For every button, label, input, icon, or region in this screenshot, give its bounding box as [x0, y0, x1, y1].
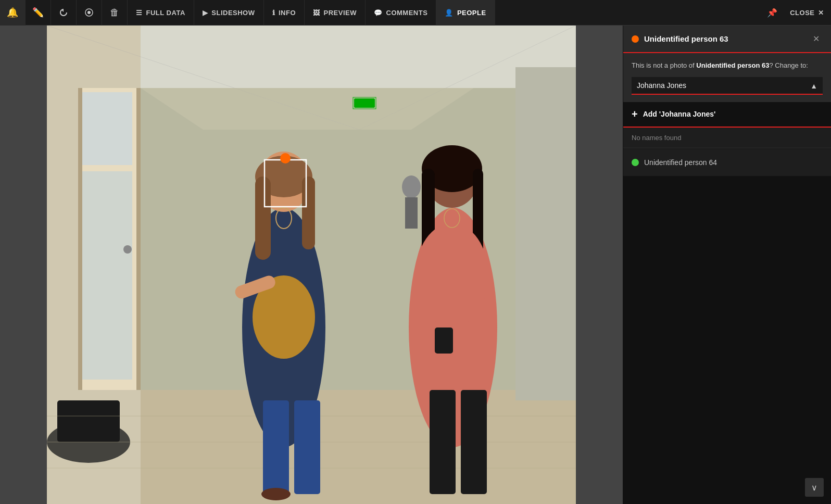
- svg-rect-26: [302, 177, 315, 249]
- person1-header: Unidentified person 63 ✕: [623, 26, 831, 53]
- svg-rect-13: [57, 400, 120, 442]
- trash-icon[interactable]: 🗑: [102, 0, 128, 26]
- person1-name: Unidentified person 63: [644, 34, 804, 43]
- svg-point-33: [280, 153, 291, 163]
- toolbar: 🔔 ✏️ 🗑 ☰ FULL DATA ▶ SLIDESHOW ℹ INFO 🖼 …: [0, 0, 831, 26]
- person2-card[interactable]: Unidentified person 64: [623, 149, 831, 177]
- preview-btn[interactable]: 🖼 PREVIEW: [305, 0, 366, 26]
- pencil-icon[interactable]: ✏️: [26, 0, 51, 26]
- svg-rect-9: [82, 92, 132, 165]
- svg-rect-47: [405, 197, 418, 229]
- svg-point-30: [261, 488, 291, 500]
- close-button[interactable]: CLOSE ✕: [783, 0, 831, 26]
- full-data-btn[interactable]: ☰ FULL DATA: [128, 0, 194, 26]
- svg-point-11: [123, 245, 132, 254]
- add-icon: +: [632, 108, 638, 120]
- image-panel: [0, 26, 623, 504]
- person1-close-btn[interactable]: ✕: [810, 33, 823, 45]
- svg-rect-29: [294, 400, 320, 494]
- chevron-up-icon[interactable]: ▲: [810, 82, 817, 90]
- svg-rect-42: [435, 327, 453, 354]
- info-btn[interactable]: ℹ INFO: [264, 0, 305, 26]
- chevron-down-icon: ∨: [811, 483, 817, 493]
- svg-point-1: [87, 11, 91, 14]
- person1-dot: [632, 35, 639, 43]
- svg-rect-44: [354, 98, 375, 108]
- people-btn[interactable]: 👤 PEOPLE: [436, 0, 495, 26]
- svg-rect-41: [461, 390, 487, 494]
- person1-card: Unidentified person 63 ✕ This is not a p…: [623, 26, 831, 149]
- svg-rect-28: [263, 400, 289, 494]
- right-panel: Unidentified person 63 ✕ This is not a p…: [623, 26, 831, 504]
- person2-dot: [632, 159, 639, 166]
- svg-rect-40: [430, 390, 456, 494]
- tag-icon[interactable]: [77, 0, 102, 26]
- svg-rect-25: [255, 177, 271, 260]
- name-input-row: ▲: [632, 77, 823, 95]
- svg-rect-10: [82, 171, 132, 380]
- history-icon[interactable]: [51, 0, 77, 26]
- person1-change-text: This is not a photo of Unidentified pers…: [632, 60, 823, 71]
- person2-name: Unidentified person 64: [644, 158, 823, 167]
- main-content: Unidentified person 63 ✕ This is not a p…: [0, 26, 831, 504]
- svg-point-46: [402, 175, 421, 198]
- person1-change-section: This is not a photo of Unidentified pers…: [623, 53, 831, 102]
- svg-rect-8: [136, 88, 141, 390]
- scroll-down-btn[interactable]: ∨: [805, 478, 824, 497]
- slideshow-btn[interactable]: ▶ SLIDESHOW: [194, 0, 264, 26]
- comments-btn[interactable]: 💬 COMMENTS: [366, 0, 436, 26]
- bottom-spacer: ∨: [623, 177, 831, 505]
- preview-icon: 🖼: [313, 9, 320, 17]
- full-data-icon: ☰: [136, 9, 143, 17]
- people-icon: 👤: [445, 9, 454, 17]
- pin-icon[interactable]: 📌: [762, 0, 783, 26]
- bell-icon[interactable]: 🔔: [0, 0, 26, 26]
- name-search-input[interactable]: [632, 77, 823, 95]
- svg-point-39: [416, 223, 488, 327]
- svg-rect-16: [515, 67, 576, 400]
- no-names-text: No names found: [623, 128, 831, 148]
- comments-icon: 💬: [374, 9, 383, 17]
- add-person-btn[interactable]: + Add 'Johanna Jones': [623, 102, 831, 128]
- svg-rect-7: [78, 88, 82, 390]
- close-x-icon: ✕: [818, 9, 824, 17]
- slideshow-icon: ▶: [203, 9, 208, 17]
- info-icon: ℹ: [272, 9, 275, 17]
